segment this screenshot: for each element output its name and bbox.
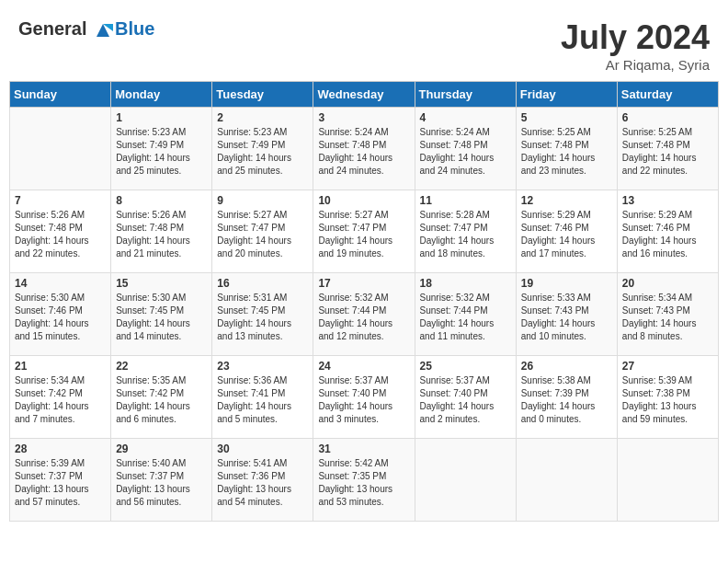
day-info: Sunrise: 5:40 AM Sunset: 7:37 PM Dayligh…	[116, 457, 207, 509]
day-number: 15	[116, 277, 207, 290]
day-info: Sunrise: 5:30 AM Sunset: 7:45 PM Dayligh…	[116, 292, 207, 343]
calendar-week-row: 1Sunrise: 5:23 AM Sunset: 7:49 PM Daylig…	[10, 108, 719, 190]
day-info: Sunrise: 5:33 AM Sunset: 7:43 PM Dayligh…	[521, 292, 612, 343]
title-block: July 2024 Ar Riqama, Syria	[561, 18, 710, 73]
table-row: 28Sunrise: 5:39 AM Sunset: 7:37 PM Dayli…	[10, 439, 111, 522]
day-number: 1	[116, 111, 207, 124]
day-number: 31	[318, 442, 409, 455]
day-info: Sunrise: 5:24 AM Sunset: 7:48 PM Dayligh…	[420, 126, 511, 178]
day-number: 4	[420, 111, 511, 124]
calendar-week-row: 21Sunrise: 5:34 AM Sunset: 7:42 PM Dayli…	[10, 356, 719, 439]
col-tuesday: Tuesday	[212, 82, 313, 108]
table-row: 11Sunrise: 5:28 AM Sunset: 7:47 PM Dayli…	[415, 190, 516, 273]
day-number: 10	[318, 194, 409, 207]
day-info: Sunrise: 5:37 AM Sunset: 7:40 PM Dayligh…	[420, 374, 511, 426]
day-info: Sunrise: 5:25 AM Sunset: 7:48 PM Dayligh…	[622, 126, 713, 178]
day-number: 12	[521, 194, 612, 207]
day-number: 29	[116, 442, 207, 455]
day-number: 13	[622, 194, 713, 207]
day-info: Sunrise: 5:39 AM Sunset: 7:38 PM Dayligh…	[622, 374, 713, 426]
day-info: Sunrise: 5:23 AM Sunset: 7:49 PM Dayligh…	[116, 126, 207, 178]
day-info: Sunrise: 5:30 AM Sunset: 7:46 PM Dayligh…	[15, 292, 106, 343]
calendar-week-row: 7Sunrise: 5:26 AM Sunset: 7:48 PM Daylig…	[10, 190, 719, 273]
col-sunday: Sunday	[10, 82, 111, 108]
table-row: 2Sunrise: 5:23 AM Sunset: 7:49 PM Daylig…	[212, 108, 313, 190]
col-saturday: Saturday	[617, 82, 718, 108]
table-row: 29Sunrise: 5:40 AM Sunset: 7:37 PM Dayli…	[111, 439, 212, 522]
col-wednesday: Wednesday	[313, 82, 415, 108]
day-number: 19	[521, 277, 612, 290]
logo-text-blue: Blue	[115, 18, 154, 40]
table-row: 23Sunrise: 5:36 AM Sunset: 7:41 PM Dayli…	[212, 356, 313, 439]
table-row: 12Sunrise: 5:29 AM Sunset: 7:46 PM Dayli…	[516, 190, 617, 273]
table-row: 17Sunrise: 5:32 AM Sunset: 7:44 PM Dayli…	[313, 273, 415, 356]
calendar-week-row: 14Sunrise: 5:30 AM Sunset: 7:46 PM Dayli…	[10, 273, 719, 356]
day-info: Sunrise: 5:25 AM Sunset: 7:48 PM Dayligh…	[521, 126, 612, 178]
day-number: 22	[116, 360, 207, 373]
day-info: Sunrise: 5:37 AM Sunset: 7:40 PM Dayligh…	[318, 374, 409, 426]
table-row: 7Sunrise: 5:26 AM Sunset: 7:48 PM Daylig…	[10, 190, 111, 273]
day-info: Sunrise: 5:32 AM Sunset: 7:44 PM Dayligh…	[420, 292, 511, 343]
calendar-table: Sunday Monday Tuesday Wednesday Thursday…	[9, 81, 719, 522]
table-row: 30Sunrise: 5:41 AM Sunset: 7:36 PM Dayli…	[212, 439, 313, 522]
day-info: Sunrise: 5:23 AM Sunset: 7:49 PM Dayligh…	[217, 126, 308, 178]
table-row	[516, 439, 617, 522]
table-row: 27Sunrise: 5:39 AM Sunset: 7:38 PM Dayli…	[617, 356, 718, 439]
table-row: 14Sunrise: 5:30 AM Sunset: 7:46 PM Dayli…	[10, 273, 111, 356]
table-row: 3Sunrise: 5:24 AM Sunset: 7:48 PM Daylig…	[313, 108, 415, 190]
day-number: 18	[420, 277, 511, 290]
day-info: Sunrise: 5:27 AM Sunset: 7:47 PM Dayligh…	[318, 209, 409, 260]
day-info: Sunrise: 5:41 AM Sunset: 7:36 PM Dayligh…	[217, 457, 308, 509]
day-number: 8	[116, 194, 207, 207]
day-number: 6	[622, 111, 713, 124]
table-row: 8Sunrise: 5:26 AM Sunset: 7:48 PM Daylig…	[111, 190, 212, 273]
table-row: 15Sunrise: 5:30 AM Sunset: 7:45 PM Dayli…	[111, 273, 212, 356]
day-info: Sunrise: 5:32 AM Sunset: 7:44 PM Dayligh…	[318, 292, 409, 343]
location: Ar Riqama, Syria	[561, 57, 710, 73]
table-row: 13Sunrise: 5:29 AM Sunset: 7:46 PM Dayli…	[617, 190, 718, 273]
day-info: Sunrise: 5:24 AM Sunset: 7:48 PM Dayligh…	[318, 126, 409, 178]
day-number: 30	[217, 442, 308, 455]
calendar-week-row: 28Sunrise: 5:39 AM Sunset: 7:37 PM Dayli…	[10, 439, 719, 522]
col-monday: Monday	[111, 82, 212, 108]
page-header: General Blue July 2024 Ar Riqama, Syria	[9, 9, 719, 77]
table-row: 20Sunrise: 5:34 AM Sunset: 7:43 PM Dayli…	[617, 273, 718, 356]
day-number: 21	[15, 360, 106, 373]
day-number: 5	[521, 111, 612, 124]
day-info: Sunrise: 5:26 AM Sunset: 7:48 PM Dayligh…	[116, 209, 207, 260]
day-info: Sunrise: 5:27 AM Sunset: 7:47 PM Dayligh…	[217, 209, 308, 260]
calendar-header-row: Sunday Monday Tuesday Wednesday Thursday…	[10, 82, 719, 108]
day-info: Sunrise: 5:31 AM Sunset: 7:45 PM Dayligh…	[217, 292, 308, 343]
day-number: 9	[217, 194, 308, 207]
table-row: 9Sunrise: 5:27 AM Sunset: 7:47 PM Daylig…	[212, 190, 313, 273]
table-row: 22Sunrise: 5:35 AM Sunset: 7:42 PM Dayli…	[111, 356, 212, 439]
day-number: 14	[15, 277, 106, 290]
table-row: 6Sunrise: 5:25 AM Sunset: 7:48 PM Daylig…	[617, 108, 718, 190]
day-number: 28	[15, 442, 106, 455]
table-row: 31Sunrise: 5:42 AM Sunset: 7:35 PM Dayli…	[313, 439, 415, 522]
table-row: 21Sunrise: 5:34 AM Sunset: 7:42 PM Dayli…	[10, 356, 111, 439]
day-number: 24	[318, 360, 409, 373]
day-number: 16	[217, 277, 308, 290]
logo: General Blue	[18, 18, 154, 40]
table-row	[10, 108, 111, 190]
table-row: 24Sunrise: 5:37 AM Sunset: 7:40 PM Dayli…	[313, 356, 415, 439]
day-number: 26	[521, 360, 612, 373]
day-number: 23	[217, 360, 308, 373]
table-row: 4Sunrise: 5:24 AM Sunset: 7:48 PM Daylig…	[415, 108, 516, 190]
table-row: 26Sunrise: 5:38 AM Sunset: 7:39 PM Dayli…	[516, 356, 617, 439]
day-info: Sunrise: 5:36 AM Sunset: 7:41 PM Dayligh…	[217, 374, 308, 426]
day-info: Sunrise: 5:34 AM Sunset: 7:43 PM Dayligh…	[622, 292, 713, 343]
day-info: Sunrise: 5:39 AM Sunset: 7:37 PM Dayligh…	[15, 457, 106, 509]
table-row: 1Sunrise: 5:23 AM Sunset: 7:49 PM Daylig…	[111, 108, 212, 190]
table-row: 18Sunrise: 5:32 AM Sunset: 7:44 PM Dayli…	[415, 273, 516, 356]
month-year: July 2024	[561, 18, 710, 57]
table-row: 19Sunrise: 5:33 AM Sunset: 7:43 PM Dayli…	[516, 273, 617, 356]
table-row: 10Sunrise: 5:27 AM Sunset: 7:47 PM Dayli…	[313, 190, 415, 273]
day-info: Sunrise: 5:34 AM Sunset: 7:42 PM Dayligh…	[15, 374, 106, 426]
table-row	[415, 439, 516, 522]
table-row: 16Sunrise: 5:31 AM Sunset: 7:45 PM Dayli…	[212, 273, 313, 356]
day-number: 2	[217, 111, 308, 124]
logo-text-general: General	[18, 18, 86, 39]
table-row	[617, 439, 718, 522]
